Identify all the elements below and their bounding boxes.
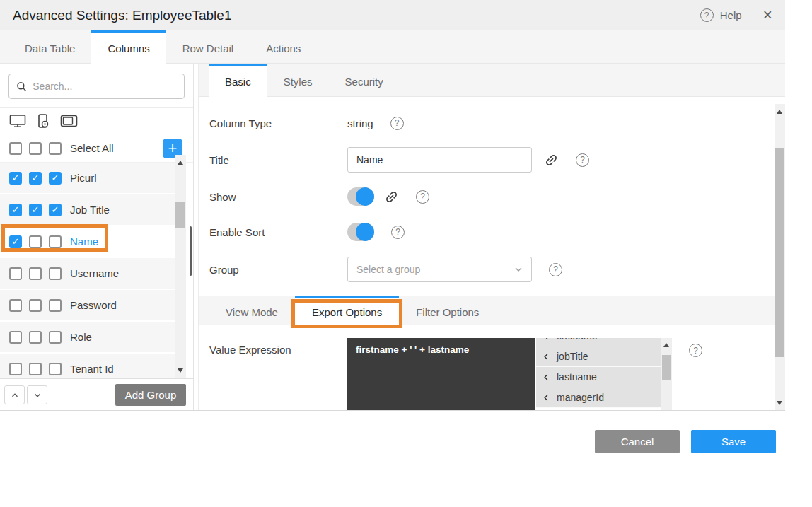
scroll-down-icon[interactable] xyxy=(178,368,183,373)
field-item-lastname[interactable]: lastname xyxy=(536,367,661,387)
enable-sort-toggle[interactable] xyxy=(347,223,374,241)
show-label: Show xyxy=(209,191,347,203)
select-all-checkbox[interactable] xyxy=(49,142,62,155)
save-button[interactable]: Save xyxy=(691,430,776,453)
column-checkbox[interactable]: ✓ xyxy=(49,172,62,185)
overlay-scrollbar-thumb[interactable] xyxy=(190,226,192,276)
help-icon[interactable]: ? xyxy=(576,153,589,167)
panel-tab-security[interactable]: Security xyxy=(329,64,400,97)
help-icon[interactable]: ? xyxy=(689,344,702,357)
column-list: ✓✓✓Picurl✓✓✓Job Title✓NameUsernamePasswo… xyxy=(0,163,175,385)
title-input[interactable] xyxy=(347,147,532,173)
scrollbar-thumb[interactable] xyxy=(175,202,185,228)
scroll-down-icon[interactable] xyxy=(777,401,782,405)
column-label: Name xyxy=(70,235,98,247)
column-checkbox[interactable] xyxy=(49,299,62,312)
field-item-jobtitle[interactable]: jobTitle xyxy=(536,346,661,367)
column-row-picurl[interactable]: ✓✓✓Picurl xyxy=(0,163,175,194)
tab-data-table[interactable]: Data Table xyxy=(8,30,91,64)
column-checkbox[interactable] xyxy=(9,299,22,312)
column-row-password[interactable]: Password xyxy=(0,290,175,322)
field-label: firstname xyxy=(557,338,598,342)
search-input[interactable] xyxy=(33,81,177,92)
footer-actions: Cancel Save xyxy=(0,430,785,453)
column-checkbox[interactable] xyxy=(49,363,62,375)
cancel-button[interactable]: Cancel xyxy=(595,430,680,453)
scroll-up-icon[interactable] xyxy=(178,161,183,165)
link-icon[interactable] xyxy=(544,153,559,168)
help-icon[interactable]: ? xyxy=(391,226,405,239)
column-row-role[interactable]: Role xyxy=(0,322,175,354)
scrollbar-thumb[interactable] xyxy=(775,148,784,357)
chevron-left-icon xyxy=(543,394,550,402)
show-toggle[interactable] xyxy=(347,187,374,206)
expression-editor[interactable]: firstname + ' ' + lastname xyxy=(347,338,535,411)
column-checkbox[interactable]: ✓ xyxy=(9,172,22,185)
column-row-name[interactable]: ✓Name xyxy=(0,226,175,258)
column-checkbox[interactable] xyxy=(29,331,42,344)
sidebar-scrollbar[interactable] xyxy=(175,155,186,378)
group-select[interactable]: Select a group xyxy=(347,257,532,282)
enable-sort-label: Enable Sort xyxy=(209,226,347,238)
help-icon[interactable]: ? xyxy=(549,263,562,276)
field-item-firstname[interactable]: firstname xyxy=(536,338,661,346)
panel-tab-styles[interactable]: Styles xyxy=(267,64,329,97)
column-checkbox[interactable] xyxy=(29,363,42,375)
tab-row-detail[interactable]: Row Detail xyxy=(166,30,250,64)
desktop-icon[interactable] xyxy=(9,113,26,129)
subtab-view-mode[interactable]: View Mode xyxy=(209,296,295,325)
column-row-username[interactable]: Username xyxy=(0,258,175,290)
basic-form: Column Type string ? Title ? xyxy=(199,111,785,411)
column-checkbox[interactable] xyxy=(49,331,62,344)
scroll-up-icon[interactable] xyxy=(777,110,782,114)
column-checkbox[interactable] xyxy=(49,267,62,280)
field-list-container: firstnamejobTitlelastnamemanagerId xyxy=(536,338,661,411)
field-item-managerid[interactable]: managerId xyxy=(536,387,661,408)
add-group-button[interactable]: Add Group xyxy=(115,384,186,406)
close-icon[interactable]: × xyxy=(763,7,772,23)
column-checkbox[interactable] xyxy=(29,299,42,312)
panel-tab-basic[interactable]: Basic xyxy=(209,64,267,97)
subtab-filter-options[interactable]: Filter Options xyxy=(399,296,496,325)
column-checkbox[interactable]: ✓ xyxy=(9,235,22,248)
tab-actions[interactable]: Actions xyxy=(250,30,317,64)
column-checkbox[interactable] xyxy=(29,235,42,248)
column-row-job-title[interactable]: ✓✓✓Job Title xyxy=(0,194,175,226)
help-button[interactable]: Help xyxy=(720,9,742,21)
enable-sort-row: Enable Sort ? xyxy=(209,221,785,243)
move-down-button[interactable] xyxy=(27,385,47,404)
move-up-button[interactable] xyxy=(4,385,25,404)
scroll-up-icon[interactable] xyxy=(663,343,669,347)
column-checkbox[interactable] xyxy=(9,267,22,280)
subtab-export-options[interactable]: Export Options xyxy=(295,296,399,325)
column-settings-panel: BasicStylesSecurity Column Type string ?… xyxy=(198,64,785,411)
panel-scrollbar[interactable] xyxy=(775,104,785,411)
column-checkbox[interactable]: ✓ xyxy=(29,172,42,185)
columns-sidebar: Select All + ✓✓✓Picurl✓✓✓Job Title✓NameU… xyxy=(0,64,194,411)
field-label: jobTitle xyxy=(557,351,588,362)
help-icon[interactable]: ? xyxy=(390,117,404,130)
group-row: Group Select a group ? xyxy=(209,257,785,282)
value-expression-label: Value Expression xyxy=(209,338,347,356)
scrollbar-thumb[interactable] xyxy=(662,355,671,380)
column-checkbox[interactable] xyxy=(9,331,22,344)
select-all-checkbox[interactable] xyxy=(29,142,42,155)
column-checkbox[interactable]: ✓ xyxy=(29,204,42,216)
value-expression-row: Value Expression firstname + ' ' + lastn… xyxy=(209,338,785,411)
column-checkbox[interactable]: ✓ xyxy=(9,204,22,216)
column-checkbox[interactable] xyxy=(9,363,22,375)
chevron-left-icon xyxy=(543,373,550,381)
field-list-scrollbar[interactable] xyxy=(661,338,672,411)
mobile-icon[interactable] xyxy=(35,113,51,129)
column-checkbox[interactable] xyxy=(29,267,42,280)
tablet-icon[interactable] xyxy=(60,114,79,128)
tab-columns[interactable]: Columns xyxy=(91,30,166,64)
group-label: Group xyxy=(209,264,347,276)
column-checkbox[interactable] xyxy=(49,235,62,248)
link-icon[interactable] xyxy=(384,190,399,204)
select-all-checkbox[interactable] xyxy=(9,142,22,155)
help-icon[interactable]: ? xyxy=(416,190,429,204)
column-label: Tenant Id xyxy=(70,363,114,375)
help-icon[interactable]: ? xyxy=(700,8,714,22)
column-checkbox[interactable]: ✓ xyxy=(49,204,62,216)
